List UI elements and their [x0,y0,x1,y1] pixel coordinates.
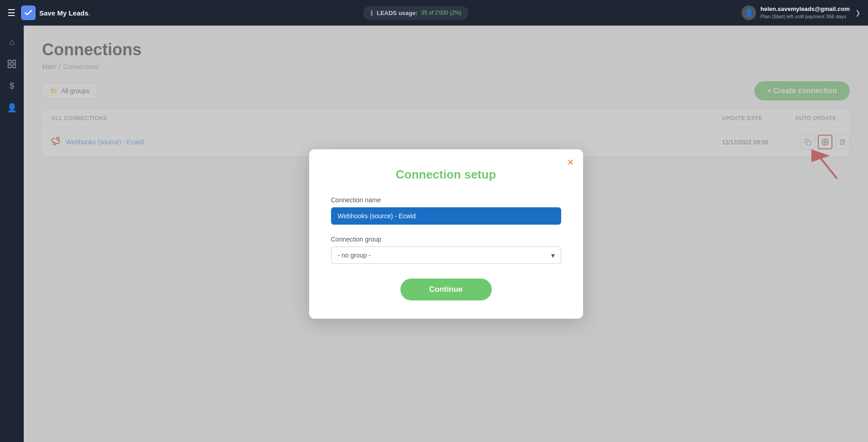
leads-label: LEADS usage: [377,10,418,16]
leads-count: 35 of 2'000 (2%) [421,10,462,16]
logo-text: Save My Leads. [39,9,90,17]
connection-group-select[interactable]: - no group - [331,247,561,264]
continue-button[interactable]: Continue [400,279,492,300]
info-icon: ℹ [370,9,373,17]
svg-rect-0 [8,60,11,63]
leads-usage-badge: ℹ LEADS usage: 35 of 2'000 (2%) [363,6,468,20]
top-navigation: ☰ Save My Leads. ℹ LEADS usage: 35 of 2'… [0,0,868,26]
connection-group-select-wrap: - no group - [331,247,561,264]
modal-close-button[interactable]: × [567,157,573,168]
hamburger-menu-icon[interactable]: ☰ [7,7,16,18]
modal-overlay: × Connection setup Connection name Conne… [24,26,868,442]
user-avatar-icon: 👤 [742,5,756,20]
svg-rect-1 [13,60,16,63]
sidebar: ⌂ $ 👤 [0,26,24,442]
connection-name-input[interactable] [331,207,561,225]
sidebar-item-billing[interactable]: $ [3,77,21,95]
connection-group-group: Connection group - no group - [331,236,561,264]
sidebar-item-home[interactable]: ⌂ [3,33,21,51]
svg-rect-3 [13,65,16,68]
sidebar-item-integrations[interactable] [3,55,21,73]
svg-rect-2 [8,65,11,68]
user-info: 👤 helen.savemyleads@gmail.com Plan |Star… [742,5,850,21]
logo: Save My Leads. [21,5,90,20]
sidebar-item-account[interactable]: 👤 [3,99,21,117]
connection-name-group: Connection name [331,196,561,225]
user-plan: Plan |Start| left until payment 368 days [761,13,850,20]
modal-title: Connection setup [331,168,561,182]
user-email: helen.savemyleads@gmail.com [761,5,850,13]
chevron-down-icon[interactable]: ❯ [855,9,861,16]
connection-name-label: Connection name [331,196,561,204]
connection-setup-modal: × Connection setup Connection name Conne… [309,149,583,319]
logo-icon [21,5,36,20]
connection-group-label: Connection group [331,236,561,243]
user-details: helen.savemyleads@gmail.com Plan |Start|… [761,5,850,21]
